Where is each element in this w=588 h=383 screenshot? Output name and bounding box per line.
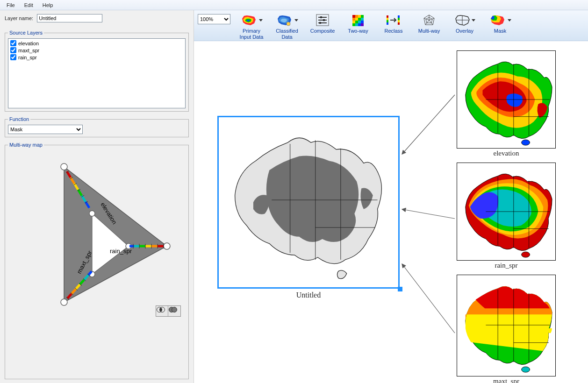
layer-name-label: Layer name: bbox=[5, 15, 33, 21]
australia-rainbow-icon bbox=[240, 13, 257, 27]
output-map-label: Untitled bbox=[217, 291, 400, 299]
primary-input-data-button[interactable]: Primary Input Data bbox=[237, 12, 266, 40]
left-panel: Layer name: Source Layers elevation maxt… bbox=[0, 10, 194, 383]
svg-rect-57 bbox=[355, 15, 358, 18]
multiway-button[interactable]: Multi-way bbox=[415, 12, 444, 34]
svg-rect-79 bbox=[398, 22, 400, 25]
menu-help[interactable]: Help bbox=[38, 1, 58, 9]
chevron-down-icon bbox=[294, 19, 298, 21]
svg-line-84 bbox=[429, 20, 433, 25]
rain-map-image bbox=[457, 163, 555, 260]
classified-data-button[interactable]: Classified Data bbox=[272, 12, 301, 40]
input-label-maxt: maxt_spr bbox=[457, 377, 556, 383]
tool-label: Multi-way bbox=[418, 28, 440, 34]
svg-rect-64 bbox=[352, 21, 355, 23]
svg-rect-70 bbox=[358, 23, 361, 26]
svg-point-3 bbox=[164, 243, 170, 249]
svg-point-48 bbox=[287, 22, 290, 26]
svg-rect-59 bbox=[361, 15, 364, 18]
spiderweb-icon bbox=[422, 14, 436, 27]
svg-point-2 bbox=[61, 163, 67, 170]
multiway-fieldset: Multi-way map bbox=[5, 142, 189, 379]
svg-rect-75 bbox=[387, 22, 388, 25]
australia-classified-icon bbox=[276, 13, 293, 27]
svg-point-97 bbox=[522, 140, 530, 145]
venn-union-button[interactable] bbox=[168, 306, 180, 316]
multiway-legend: Multi-way map bbox=[8, 142, 44, 148]
svg-point-4 bbox=[61, 299, 67, 305]
overlay-button[interactable]: Overlay bbox=[450, 12, 479, 34]
tool-label: Overlay bbox=[456, 28, 473, 34]
list-item[interactable]: maxt_spr bbox=[9, 47, 184, 54]
svg-rect-67 bbox=[361, 21, 364, 23]
sliders-icon bbox=[316, 14, 330, 27]
reclass-button[interactable]: Reclass bbox=[379, 12, 408, 34]
function-select[interactable]: Mask bbox=[8, 125, 83, 134]
svg-rect-71 bbox=[361, 23, 364, 26]
elevation-map-image bbox=[457, 51, 555, 148]
svg-rect-55 bbox=[319, 22, 321, 24]
svg-rect-61 bbox=[355, 18, 358, 21]
input-node-maxt[interactable] bbox=[457, 275, 556, 376]
function-fieldset: Function Mask bbox=[5, 116, 189, 137]
svg-line-85 bbox=[425, 20, 429, 25]
svg-point-47 bbox=[172, 307, 177, 312]
svg-line-91 bbox=[402, 264, 455, 333]
zoom-select[interactable]: 100% bbox=[198, 14, 230, 24]
svg-rect-74 bbox=[387, 20, 388, 22]
output-map-node[interactable] bbox=[217, 116, 400, 289]
svg-line-90 bbox=[402, 209, 455, 219]
input-node-elevation[interactable] bbox=[457, 50, 556, 149]
source-layers-legend: Source Layers bbox=[8, 30, 44, 35]
layer-checkbox-rain[interactable] bbox=[10, 54, 16, 60]
reclass-icon bbox=[386, 14, 402, 27]
menu-edit[interactable]: Edit bbox=[20, 1, 38, 9]
output-map-image bbox=[219, 117, 398, 287]
svg-rect-51 bbox=[320, 16, 322, 18]
tool-label: Two-way bbox=[348, 28, 368, 34]
layer-label: elevation bbox=[18, 41, 39, 46]
svg-rect-63 bbox=[361, 18, 364, 21]
australia-outline-icon bbox=[454, 13, 470, 27]
svg-rect-62 bbox=[358, 18, 361, 21]
chevron-down-icon bbox=[472, 19, 475, 21]
tool-label: Reclass bbox=[384, 28, 402, 34]
chevron-down-icon bbox=[508, 19, 511, 21]
tool-label: Primary Input Data bbox=[237, 28, 266, 40]
menubar: File Edit Help bbox=[0, 0, 588, 10]
svg-rect-58 bbox=[358, 15, 361, 18]
color-grid-icon bbox=[351, 14, 365, 27]
mask-button[interactable]: Mask bbox=[486, 12, 515, 34]
multiway-map[interactable]: elevation rain_spr maxt_spr bbox=[8, 150, 186, 319]
layer-checkbox-elevation[interactable] bbox=[10, 40, 16, 46]
twoway-button[interactable]: Two-way bbox=[344, 12, 373, 34]
svg-line-89 bbox=[402, 95, 455, 154]
svg-rect-56 bbox=[352, 15, 355, 18]
layer-name-input[interactable] bbox=[37, 14, 102, 22]
layer-checkbox-maxt[interactable] bbox=[10, 47, 16, 53]
menu-file[interactable]: File bbox=[2, 1, 20, 9]
svg-rect-65 bbox=[355, 21, 358, 23]
input-node-rain[interactable] bbox=[457, 163, 556, 261]
svg-rect-53 bbox=[323, 19, 325, 21]
composite-button[interactable]: Composite bbox=[308, 12, 337, 34]
tool-label: Mask bbox=[494, 28, 506, 34]
chevron-down-icon bbox=[259, 19, 263, 21]
tool-label: Composite bbox=[310, 28, 335, 34]
svg-point-109 bbox=[522, 367, 530, 372]
function-legend: Function bbox=[8, 116, 30, 122]
layer-label: maxt_spr bbox=[18, 48, 39, 53]
canvas-area: 100% Primary Input Data bbox=[194, 10, 588, 383]
svg-rect-60 bbox=[352, 18, 355, 21]
australia-mask-icon bbox=[489, 13, 506, 27]
triangle-label-rain: rain_spr bbox=[110, 248, 132, 255]
workspace[interactable]: Untitled elevation bbox=[194, 41, 588, 383]
list-item[interactable]: elevation bbox=[9, 40, 184, 47]
toolbar: 100% Primary Input Data bbox=[194, 10, 588, 41]
venn-intersect-button[interactable] bbox=[156, 306, 168, 316]
svg-point-103 bbox=[522, 252, 530, 257]
tool-label: Classified Data bbox=[272, 28, 301, 40]
source-layers-list[interactable]: elevation maxt_spr rain_spr bbox=[8, 38, 186, 108]
svg-rect-76 bbox=[398, 15, 400, 18]
list-item[interactable]: rain_spr bbox=[9, 54, 184, 61]
